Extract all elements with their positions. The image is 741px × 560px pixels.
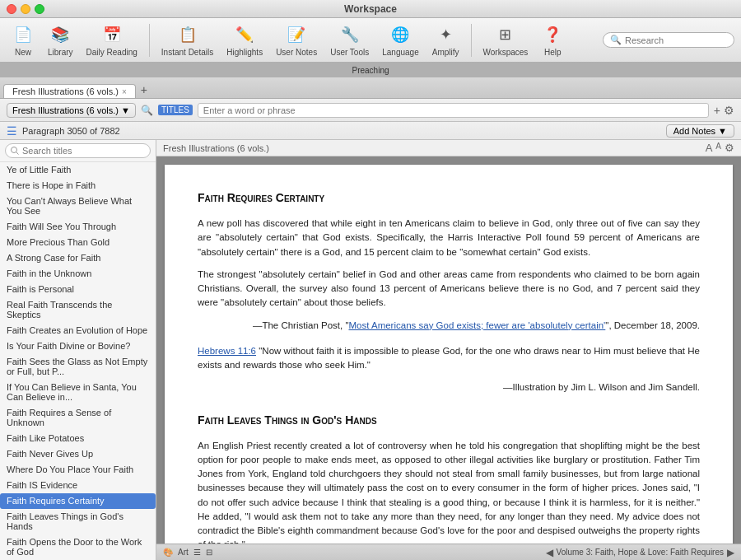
instant-details-tool[interactable]: 📋 Instant Details — [156, 21, 218, 58]
tab-label: Fresh Illustrations (6 vols.) — [12, 86, 119, 96]
settings-icon[interactable]: ⚙ — [724, 104, 734, 117]
section1-p1: A new poll has discovered that while eig… — [198, 217, 700, 259]
library-tool[interactable]: 📚 Library — [43, 21, 78, 58]
status-icon2[interactable]: ⊟ — [206, 548, 212, 557]
section2-p1: An English Priest recently created a lot… — [198, 439, 700, 544]
highlights-label: Highlights — [226, 48, 263, 57]
section1-attribution1: —The Christian Post, "Most Americans say… — [198, 319, 700, 333]
user-notes-tool[interactable]: 📝 User Notes — [271, 21, 322, 58]
window-controls[interactable] — [7, 4, 44, 14]
status-nav: ◀ Volume 3: Faith, Hope & Love: Faith Re… — [546, 547, 734, 558]
amplify-tool[interactable]: ✦ Amplify — [427, 21, 464, 58]
sidebar-item[interactable]: If You Can Believe in Santa, You Can Bel… — [0, 380, 156, 405]
instant-details-label: Instant Details — [161, 48, 213, 57]
help-icon: ❓ — [541, 23, 564, 46]
help-tool[interactable]: ❓ Help — [536, 21, 569, 58]
sidebar-search-box — [0, 140, 156, 162]
user-tools-label: User Tools — [330, 48, 369, 57]
source-dropdown-label: Fresh Illustrations (6 vols.) — [12, 105, 119, 115]
sidebar-item[interactable]: Faith Opens the Door to the Work of God — [0, 534, 156, 560]
add-tab-button[interactable]: + — [137, 83, 151, 96]
maximize-button[interactable] — [35, 4, 44, 14]
section1-verse: Hebrews 11:6 "Now without faith it is im… — [198, 344, 700, 373]
source-dropdown[interactable]: Fresh Illustrations (6 vols.) ▼ — [7, 103, 136, 118]
document-area: Fresh Illustrations (6 vols.) A A ⚙ Fait… — [156, 140, 741, 560]
daily-reading-label: Daily Reading — [86, 48, 137, 57]
divider-2 — [471, 24, 472, 57]
sidebar-item[interactable]: Faith Will See You Through — [0, 219, 156, 235]
add-notes-button[interactable]: Add Notes ▼ — [666, 124, 734, 138]
tab-close-button[interactable]: × — [122, 87, 127, 96]
status-art-label: Art — [178, 548, 189, 557]
status-right-text: Volume 3: Faith, Hope & Love: Faith Requ… — [557, 548, 724, 557]
search-icon: 🔍 — [610, 35, 622, 45]
help-label: Help — [544, 48, 562, 57]
sidebar-item[interactable]: Faith in the Unknown — [0, 266, 156, 282]
language-tool[interactable]: 🌐 Language — [377, 21, 424, 58]
search-icon-small: 🔍 — [141, 105, 153, 116]
language-icon: 🌐 — [389, 23, 412, 46]
para-count: Paragraph 3050 of 7882 — [22, 126, 120, 136]
christian-post-link[interactable]: Most Americans say God exists; fewer are… — [348, 320, 605, 330]
user-notes-icon: 📝 — [285, 23, 308, 46]
sidebar-item[interactable]: There is Hope in Faith — [0, 178, 156, 194]
title-bar: Workspace — [0, 0, 741, 18]
section2-title: Faith Leaves Things in God's Hands — [198, 412, 700, 429]
para-bar: ☰ Paragraph 3050 of 7882 Add Notes ▼ — [0, 122, 741, 140]
sidebar-item[interactable]: Faith IS Evidence — [0, 478, 156, 493]
minimize-button[interactable] — [21, 4, 30, 14]
search-input[interactable] — [198, 103, 709, 118]
sidebar: Ye of Little FaithThere is Hope in Faith… — [0, 140, 156, 560]
instant-details-icon: 📋 — [176, 23, 199, 46]
main-layout: Ye of Little FaithThere is Hope in Faith… — [0, 140, 741, 560]
new-tool[interactable]: 📄 New — [7, 21, 40, 58]
category-bar: Preaching — [0, 63, 741, 77]
user-tools-tool[interactable]: 🔧 User Tools — [325, 21, 374, 58]
sidebar-item[interactable]: Where Do You Place Your Faith — [0, 462, 156, 478]
add-tab-icon[interactable]: + — [714, 104, 720, 117]
status-bar: 🎨 Art ☰ ⊟ ◀ Volume 3: Faith, Hope & Love… — [156, 544, 741, 560]
sidebar-item[interactable]: Faith Like Potatoes — [0, 431, 156, 446]
daily-reading-tool[interactable]: 📅 Daily Reading — [82, 21, 142, 58]
section1-title: Faith Requires Certainty — [198, 189, 700, 207]
workspaces-icon: ⊞ — [494, 23, 517, 46]
highlights-tool[interactable]: ✏️ Highlights — [221, 21, 268, 58]
research-search-box[interactable]: 🔍 — [603, 32, 734, 48]
sidebar-item[interactable]: Faith is Personal — [0, 282, 156, 297]
section1-p2: The strongest "absolutely certain" belie… — [198, 268, 700, 310]
status-left-icon: 🎨 — [163, 548, 173, 557]
sidebar-item[interactable]: A Strong Case for Faith — [0, 250, 156, 266]
main-tab[interactable]: Fresh Illustrations (6 vols.) × — [3, 84, 136, 98]
doc-settings-icon[interactable]: ⚙ — [725, 142, 734, 154]
close-button[interactable] — [7, 4, 16, 14]
next-nav-button[interactable]: ▶ — [727, 547, 734, 558]
status-list-icon[interactable]: ☰ — [193, 548, 201, 557]
verse-text: "Now without faith it is impossible to p… — [198, 346, 700, 370]
sidebar-list: Ye of Little FaithThere is Hope in Faith… — [0, 162, 156, 560]
library-label: Library — [48, 48, 73, 57]
prev-nav-button[interactable]: ◀ — [546, 547, 553, 558]
sidebar-item[interactable]: You Can't Always Believe What You See — [0, 194, 156, 219]
sidebar-search-input[interactable] — [5, 143, 151, 158]
font-size-large[interactable]: A — [706, 142, 713, 154]
sidebar-item[interactable]: Faith Sees the Glass as Not Empty or Ful… — [0, 354, 156, 380]
sidebar-item[interactable]: Faith Requires Certainty — [0, 493, 156, 509]
research-search-input[interactable] — [625, 35, 727, 45]
section1-attribution2: —Illustration by Jim L. Wilson and Jim S… — [198, 380, 700, 394]
library-icon: 📚 — [49, 23, 72, 46]
sidebar-item[interactable]: Is Your Faith Divine or Bovine? — [0, 338, 156, 354]
sidebar-item[interactable]: Ye of Little Faith — [0, 162, 156, 178]
sidebar-item[interactable]: More Precious Than Gold — [0, 235, 156, 250]
window-title: Workspace — [344, 3, 397, 15]
sidebar-item[interactable]: Faith Creates an Evolution of Hope — [0, 323, 156, 338]
sidebar-item[interactable]: Real Faith Transcends the Skeptics — [0, 297, 156, 323]
sidebar-item[interactable]: Faith Leaves Things in God's Hands — [0, 509, 156, 534]
workspaces-tool[interactable]: ⊞ Workspaces — [478, 21, 534, 58]
category-text: Preaching — [352, 66, 389, 75]
sidebar-item[interactable]: Faith Requires a Sense of Unknown — [0, 405, 156, 431]
new-icon: 📄 — [12, 23, 35, 46]
font-size-small[interactable]: A — [715, 142, 721, 154]
hebrews-ref[interactable]: Hebrews 11:6 — [198, 346, 256, 356]
sidebar-item[interactable]: Faith Never Gives Up — [0, 446, 156, 462]
document-scroll[interactable]: Faith Requires Certainty A new poll has … — [156, 156, 741, 544]
